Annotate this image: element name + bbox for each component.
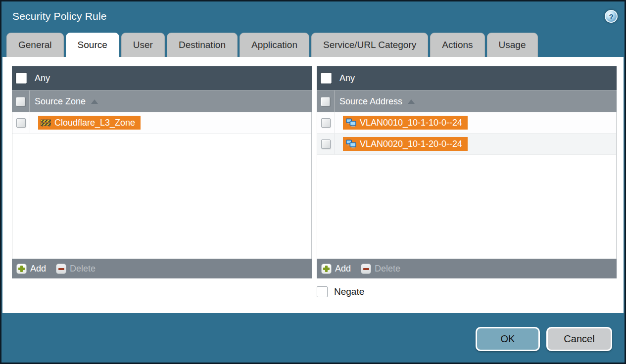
row-checkbox[interactable]	[321, 139, 331, 149]
source-address-panel: Any Source Address	[317, 66, 617, 278]
address-tag-label: VLAN0020_10-1-20-0--24	[360, 139, 462, 149]
tab-user[interactable]: User	[121, 33, 165, 57]
source-address-select-all-checkbox[interactable]	[321, 97, 330, 106]
negate-checkbox[interactable]	[317, 286, 328, 297]
dialog-title: Security Policy Rule	[12, 10, 107, 22]
tab-general[interactable]: General	[6, 33, 64, 57]
zone-icon	[41, 119, 51, 127]
delete-icon	[361, 264, 371, 274]
add-zone-button[interactable]: Add	[16, 264, 46, 274]
source-address-list: VLAN0010_10-1-10-0--24	[317, 112, 617, 259]
row-checkbox[interactable]	[321, 118, 331, 128]
delete-icon	[56, 264, 66, 274]
tab-usage[interactable]: Usage	[487, 33, 538, 57]
network-icon	[345, 118, 356, 127]
source-zone-panel: Any Source Zone	[12, 66, 312, 278]
negate-spacer	[12, 286, 312, 297]
tab-application[interactable]: Application	[240, 33, 309, 57]
sort-ascending-icon	[408, 99, 415, 104]
dialog-button-bar: OK Cancel	[1, 313, 625, 363]
source-address-any-bar: Any	[317, 66, 617, 90]
negate-label: Negate	[334, 286, 364, 297]
zone-tag-label: Cloudflare_L3_Zone	[54, 118, 135, 128]
source-tab-content: Any Source Zone	[2, 57, 624, 313]
row-checkbox[interactable]	[16, 118, 26, 128]
tab-source[interactable]: Source	[66, 33, 119, 57]
source-address-any-label: Any	[339, 73, 355, 84]
address-tag[interactable]: VLAN0010_10-1-10-0--24	[343, 116, 468, 130]
security-policy-rule-dialog: Security Policy Rule ? General Source Us…	[1, 1, 625, 363]
network-icon	[345, 139, 356, 148]
source-zone-row[interactable]: Cloudflare_L3_Zone	[12, 112, 311, 134]
sort-ascending-icon	[91, 99, 98, 104]
cancel-button[interactable]: Cancel	[546, 327, 612, 351]
add-address-button[interactable]: Add	[321, 264, 351, 274]
delete-address-button[interactable]: Delete	[361, 264, 400, 274]
zone-tag[interactable]: Cloudflare_L3_Zone	[38, 116, 141, 130]
add-icon	[321, 264, 332, 274]
title-bar: Security Policy Rule ?	[1, 1, 625, 31]
source-zone-select-all-checkbox[interactable]	[16, 97, 25, 106]
tab-service-url-category[interactable]: Service/URL Category	[311, 33, 428, 57]
source-address-row[interactable]: VLAN0020_10-1-20-0--24	[317, 134, 616, 155]
source-address-column-label: Source Address	[339, 96, 402, 107]
add-icon	[16, 264, 27, 274]
source-zone-any-checkbox[interactable]	[16, 73, 27, 84]
dialog-frame: Security Policy Rule ? General Source Us…	[0, 0, 626, 364]
tab-actions[interactable]: Actions	[430, 33, 484, 57]
source-zone-list: Cloudflare_L3_Zone	[12, 112, 312, 259]
tab-destination[interactable]: Destination	[167, 33, 238, 57]
negate-row: Negate	[317, 286, 617, 297]
source-zone-footer: Add Delete	[12, 259, 312, 278]
source-zone-column-label: Source Zone	[35, 96, 86, 107]
source-address-column-header[interactable]: Source Address	[317, 90, 617, 112]
source-zone-any-label: Any	[35, 73, 50, 84]
delete-zone-button[interactable]: Delete	[56, 264, 96, 274]
ok-button[interactable]: OK	[476, 327, 540, 351]
tab-bar: General Source User Destination Applicat…	[1, 31, 625, 57]
help-icon[interactable]: ?	[605, 10, 618, 23]
source-zone-column-header[interactable]: Source Zone	[12, 90, 312, 112]
address-tag-label: VLAN0010_10-1-10-0--24	[360, 118, 462, 128]
source-address-any-checkbox[interactable]	[321, 73, 332, 84]
address-tag[interactable]: VLAN0020_10-1-20-0--24	[343, 137, 468, 151]
source-zone-any-bar: Any	[12, 66, 312, 90]
source-address-footer: Add Delete	[317, 259, 617, 278]
source-address-row[interactable]: VLAN0010_10-1-10-0--24	[317, 112, 616, 134]
